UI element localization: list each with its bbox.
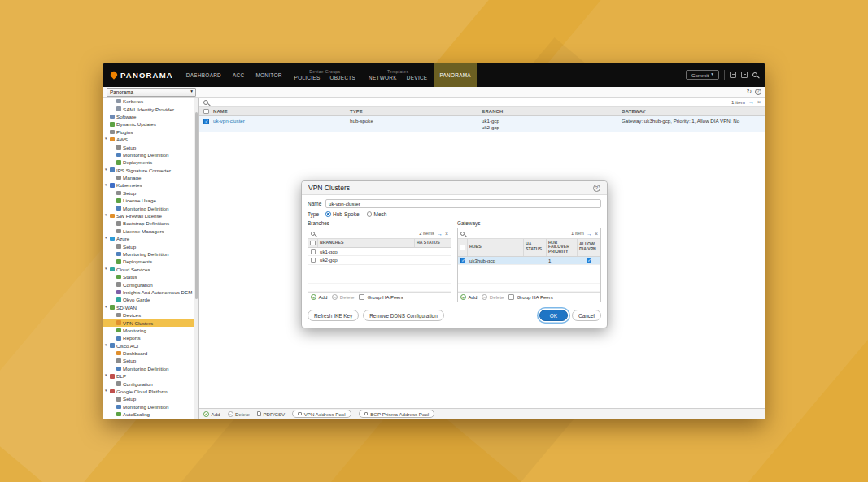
- column-hubs[interactable]: HUBS: [468, 239, 524, 256]
- gateway-checkbox[interactable]: [460, 258, 466, 263]
- expand-caret-icon[interactable]: [105, 267, 109, 271]
- expand-caret-icon[interactable]: [105, 389, 109, 393]
- sidebar-item[interactable]: AWS: [103, 136, 194, 143]
- bgp-prisma-address-pool-button[interactable]: BGP Prisma Address Pool: [359, 410, 435, 418]
- context-selector[interactable]: Panorama: [107, 88, 196, 97]
- sidebar-item[interactable]: Monitoring Definition: [103, 250, 194, 258]
- sidebar-item[interactable]: Dashboard: [103, 350, 194, 357]
- branch-row[interactable]: uk2-gcp: [308, 256, 451, 265]
- group-ha-peers-checkbox[interactable]: [508, 294, 514, 300]
- sidebar-scrollbar[interactable]: [194, 98, 198, 419]
- tasks-icon[interactable]: [741, 72, 748, 78]
- branches-delete-button[interactable]: − Delete: [332, 294, 354, 300]
- expand-caret-icon[interactable]: [105, 374, 109, 378]
- dialog-title-bar[interactable]: VPN Clusters ?: [302, 181, 607, 195]
- column-allow-dia-vpn[interactable]: ALLOW DIA VPN: [578, 239, 600, 256]
- sidebar-item[interactable]: DLP: [103, 372, 194, 380]
- expand-caret-icon[interactable]: [105, 137, 109, 141]
- nav-tab[interactable]: MONITOR: [250, 63, 287, 87]
- dialog-help-icon[interactable]: ?: [593, 185, 600, 192]
- sidebar-item[interactable]: Bootstrap Definitions: [103, 219, 194, 227]
- sidebar-item[interactable]: Devices: [103, 311, 194, 319]
- forward-arrow-icon[interactable]: →: [437, 231, 443, 237]
- mesh-radio-label[interactable]: Mesh: [374, 211, 387, 217]
- global-search-icon[interactable]: [752, 72, 757, 77]
- column-ha-status[interactable]: HA STATUS: [524, 239, 547, 256]
- column-name[interactable]: NAME: [213, 109, 350, 114]
- sidebar-item[interactable]: Setup: [103, 357, 194, 364]
- table-row[interactable]: uk-vpn-cluster hub-spoke uk1-gcp uk2-gcp…: [199, 116, 765, 132]
- clear-filter-icon[interactable]: ×: [445, 231, 448, 237]
- sidebar-item[interactable]: Azure: [103, 235, 194, 242]
- sidebar-item[interactable]: Configuration: [103, 380, 194, 387]
- branches-select-all-checkbox[interactable]: [310, 241, 316, 246]
- select-all-checkbox[interactable]: [203, 109, 209, 115]
- sidebar-item[interactable]: Okyo Garde: [103, 296, 194, 303]
- sidebar-item[interactable]: Monitoring Definition: [103, 365, 194, 372]
- expand-caret-icon[interactable]: [105, 214, 109, 218]
- sidebar-item[interactable]: License Managers: [103, 228, 194, 235]
- column-branch[interactable]: BRANCH: [482, 109, 622, 114]
- allow-dia-vpn-checkbox[interactable]: [587, 258, 592, 263]
- search-icon[interactable]: [311, 232, 315, 236]
- sidebar-item[interactable]: Software: [103, 113, 194, 120]
- sidebar-item[interactable]: SW Firewall License: [103, 212, 194, 219]
- sidebar-item[interactable]: Kerberos: [103, 98, 194, 105]
- expand-caret-icon[interactable]: [105, 306, 109, 310]
- remove-ddns-configuration-button[interactable]: Remove DDNS Configuration: [363, 310, 443, 321]
- column-gateway[interactable]: GATEWAY: [622, 109, 765, 114]
- search-icon[interactable]: [203, 100, 208, 105]
- column-type[interactable]: TYPE: [350, 109, 482, 114]
- clear-filter-icon[interactable]: ×: [757, 99, 761, 105]
- branches-group-ha-peers[interactable]: Group HA Peers: [359, 294, 403, 300]
- sidebar-item[interactable]: AutoScaling: [103, 410, 194, 418]
- sidebar-item[interactable]: Cloud Services: [103, 266, 194, 273]
- sidebar-item[interactable]: Configuration: [103, 280, 194, 288]
- ok-button[interactable]: OK: [539, 310, 568, 321]
- hub-spoke-radio[interactable]: [325, 211, 331, 217]
- add-button[interactable]: + Add: [203, 411, 220, 417]
- nav-tab[interactable]: DEVICE: [402, 75, 433, 80]
- sidebar-item[interactable]: Setup: [103, 395, 194, 402]
- pdf-csv-button[interactable]: PDF/CSV: [257, 411, 285, 417]
- sidebar-item[interactable]: Monitoring Definition: [103, 151, 194, 158]
- clear-filter-icon[interactable]: ×: [595, 231, 598, 237]
- sidebar-item[interactable]: Setup: [103, 189, 194, 197]
- gateways-select-all-checkbox[interactable]: [460, 245, 465, 250]
- sidebar-item[interactable]: Reports: [103, 334, 194, 341]
- sidebar-item[interactable]: SAML Identity Provider: [103, 105, 194, 112]
- branch-row[interactable]: uk1-gcp: [308, 248, 451, 257]
- delete-button[interactable]: − Delete: [228, 411, 250, 417]
- sidebar-item[interactable]: SD-WAN: [103, 304, 194, 311]
- nav-tab[interactable]: NETWORK: [364, 75, 402, 80]
- sidebar-item[interactable]: Kubernetes: [103, 181, 194, 189]
- sidebar-item[interactable]: Deployments: [103, 258, 194, 265]
- hub-failover-priority[interactable]: 1: [547, 258, 578, 263]
- sidebar-item[interactable]: Insights And Autonomous DEM: [103, 289, 194, 296]
- sidebar-item[interactable]: Google Cloud Platform: [103, 388, 194, 395]
- expand-caret-icon[interactable]: [105, 237, 109, 241]
- mesh-radio[interactable]: [367, 211, 373, 217]
- sidebar-item[interactable]: Setup: [103, 143, 194, 150]
- cancel-button[interactable]: Cancel: [572, 310, 601, 321]
- sidebar-item[interactable]: Monitoring Definition: [103, 204, 194, 211]
- branch-checkbox[interactable]: [311, 258, 316, 263]
- branches-add-button[interactable]: + Add: [311, 294, 327, 300]
- config-icon[interactable]: [730, 72, 736, 78]
- gateways-add-button[interactable]: + Add: [460, 294, 477, 300]
- expand-caret-icon[interactable]: [105, 184, 109, 188]
- sidebar-item[interactable]: License Usage: [103, 197, 194, 204]
- column-ha-status[interactable]: HA STATUS: [415, 239, 451, 247]
- sidebar-item[interactable]: Cisco ACI: [103, 342, 194, 350]
- refresh-icon[interactable]: ↻: [747, 89, 752, 95]
- forward-arrow-icon[interactable]: →: [587, 231, 592, 237]
- search-icon[interactable]: [460, 232, 465, 236]
- help-icon[interactable]: ?: [755, 89, 761, 95]
- gateways-delete-button[interactable]: − Delete: [482, 294, 504, 300]
- group-ha-peers-checkbox[interactable]: [359, 294, 364, 300]
- column-branches[interactable]: BRANCHES: [318, 239, 415, 247]
- scrollbar-thumb[interactable]: [195, 112, 198, 299]
- nav-tab[interactable]: ACC: [227, 63, 250, 87]
- nav-tab-panorama[interactable]: PANORAMA: [434, 63, 477, 87]
- sidebar-item[interactable]: Monitoring: [103, 327, 194, 334]
